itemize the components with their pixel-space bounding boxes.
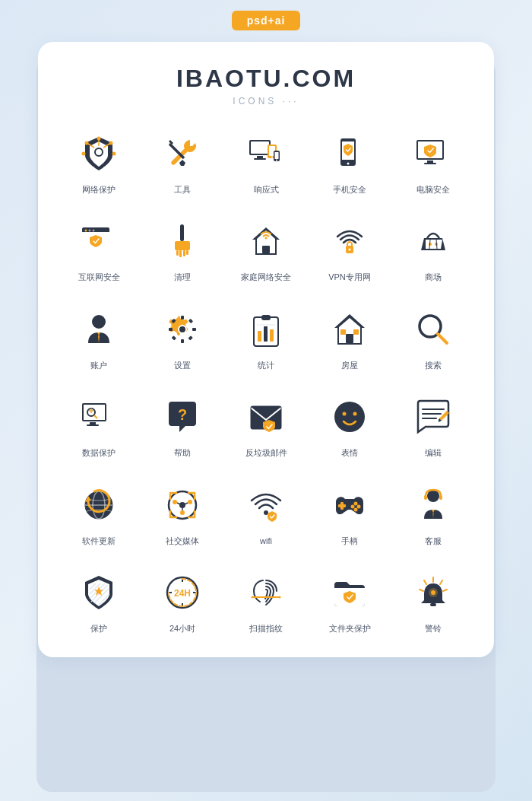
svg-point-97: [180, 510, 185, 515]
icon-item-software-update: 软件更新: [61, 481, 137, 547]
svg-rect-27: [424, 163, 436, 164]
svg-rect-103: [338, 504, 346, 507]
svg-point-133: [431, 590, 435, 595]
icon-item-house: 房屋: [312, 305, 388, 371]
icon-item-vpn: VPN专用网: [312, 217, 388, 283]
icon-item-internet-security: 互联网安全: [61, 217, 137, 283]
icon-label: 商场: [425, 272, 442, 283]
icon-item-data-protection: 数据保护: [61, 393, 137, 459]
svg-line-98: [177, 503, 180, 504]
svg-rect-56: [188, 319, 193, 323]
svg-rect-74: [87, 424, 99, 426]
icon-label: 帮助: [174, 447, 191, 459]
icon-item-emoji: 表情: [312, 393, 388, 459]
svg-rect-34: [180, 224, 184, 241]
svg-point-3: [97, 137, 101, 141]
svg-line-70: [438, 334, 447, 343]
icon-label: VPN专用网: [328, 272, 371, 283]
svg-point-17: [271, 157, 273, 158]
icon-item-folder-protection: 文件夹保护: [312, 568, 388, 634]
icon-label: 工具: [174, 184, 191, 195]
svg-point-96: [188, 500, 192, 504]
svg-point-2: [109, 141, 113, 145]
svg-line-128: [424, 580, 426, 584]
icon-item-edit: 编辑: [395, 393, 471, 459]
svg-point-106: [351, 504, 355, 508]
icon-label: 房屋: [341, 360, 358, 371]
svg-point-50: [179, 326, 185, 332]
icon-item-tools: 工具: [144, 129, 220, 195]
icon-item-protection: 保护: [61, 568, 137, 634]
svg-rect-66: [346, 334, 353, 343]
svg-text:?: ?: [178, 406, 187, 423]
icon-item-24hours: 24H 24小时: [144, 568, 220, 634]
icon-label: 文件夹保护: [329, 623, 371, 634]
svg-point-105: [357, 504, 361, 508]
svg-point-33: [93, 230, 95, 232]
svg-rect-52: [181, 339, 184, 343]
svg-rect-12: [251, 141, 269, 154]
icon-label: 账户: [90, 360, 107, 371]
svg-point-20: [276, 160, 277, 161]
format-badge: psd+ai: [232, 11, 301, 30]
svg-point-95: [173, 500, 177, 504]
svg-point-94: [179, 502, 185, 508]
icon-label: 软件更新: [82, 536, 116, 547]
svg-point-104: [354, 501, 358, 505]
icon-label: 反垃圾邮件: [245, 447, 287, 459]
svg-rect-40: [262, 246, 270, 253]
svg-rect-62: [258, 331, 261, 342]
svg-rect-38: [183, 250, 185, 256]
svg-rect-37: [179, 250, 182, 257]
svg-point-82: [334, 402, 365, 432]
svg-line-99: [185, 503, 188, 504]
svg-rect-26: [427, 161, 433, 163]
icon-label: 电脑安全: [416, 184, 450, 195]
icon-label: wifi: [260, 536, 272, 547]
site-title: IBAOTU.COM: [53, 65, 479, 93]
icon-item-responsive: 响应式: [228, 129, 304, 195]
main-card: IBAOTU.COM ICONS ···: [38, 42, 494, 657]
svg-point-108: [427, 490, 439, 502]
icon-label: 互联网安全: [78, 272, 120, 283]
card-header: IBAOTU.COM ICONS ···: [53, 65, 479, 106]
icon-item-social-media: 社交媒体: [144, 481, 220, 547]
icon-item-customer-service: 客服: [395, 481, 471, 547]
svg-point-1: [85, 141, 89, 145]
icon-item-alarm: 警铃: [395, 568, 471, 634]
icon-label: 社交媒体: [166, 536, 199, 547]
icon-item-mobile-security: 手机安全: [312, 129, 388, 195]
icon-label: 数据保护: [82, 447, 116, 459]
svg-point-84: [353, 412, 357, 416]
icon-label: 清理: [174, 272, 191, 283]
svg-rect-58: [188, 335, 192, 340]
icon-item-shop: 商场: [395, 217, 471, 283]
icon-label: 响应式: [254, 184, 279, 195]
svg-rect-35: [175, 241, 190, 250]
svg-text:24H: 24H: [174, 588, 191, 599]
svg-rect-110: [439, 495, 442, 500]
icon-label: 保护: [90, 623, 107, 634]
icons-grid: 网络保护 工具: [53, 129, 479, 634]
icon-item-clean: 清理: [144, 217, 220, 283]
icon-label: 搜索: [425, 360, 442, 371]
svg-rect-68: [353, 329, 359, 335]
icon-item-account: 账户: [61, 305, 137, 371]
icon-item-search: 搜索: [395, 305, 471, 371]
svg-point-23: [347, 163, 350, 165]
svg-rect-131: [430, 603, 436, 606]
svg-rect-14: [254, 158, 266, 160]
icon-label: 手柄: [341, 536, 358, 547]
svg-point-83: [343, 412, 347, 416]
card-subtitle: ICONS ···: [53, 96, 479, 106]
icon-label: 扫描指纹: [249, 623, 283, 634]
icon-item-wifi: wifi: [228, 481, 304, 547]
icon-item-computer-security: 电脑安全: [395, 129, 471, 195]
svg-point-32: [89, 230, 91, 232]
icon-label: 客服: [425, 536, 442, 547]
svg-point-43: [349, 249, 351, 251]
svg-rect-67: [340, 329, 346, 335]
icon-item-home-network: 家庭网络安全: [228, 217, 304, 283]
svg-line-129: [443, 590, 447, 591]
svg-rect-61: [261, 315, 271, 320]
